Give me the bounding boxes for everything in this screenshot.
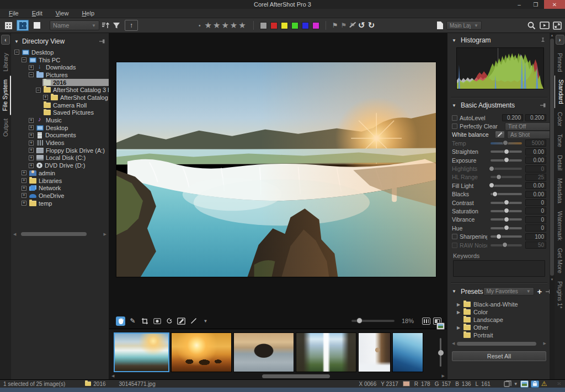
sort-field-dropdown[interactable]: Name ▼ [50,20,99,30]
tab-metadata[interactable]: Metadata [555,174,565,207]
zoom-slider-thumb[interactable] [356,318,363,324]
scrollbar-thumb[interactable] [550,39,554,276]
thumbnail-horse-in-water[interactable] [233,332,294,372]
directory-hscrollbar[interactable]: ◀ ▶ [13,232,106,237]
fill-light-value[interactable]: 0.00 [525,182,546,189]
lock-icon[interactable] [531,380,539,388]
slider-thumb[interactable] [504,149,509,154]
tree-toggle-icon[interactable]: + [29,148,34,153]
expand-triangle-icon[interactable]: ▶ [456,310,461,315]
presets-dropdown[interactable]: My Favorites ▼ [483,287,534,296]
grid-view-button[interactable] [2,20,14,31]
tree-item-floppy-disk-drive-a[interactable]: +Floppy Disk Drive (A:) [11,147,109,154]
sort-ascending-icon[interactable] [102,21,110,30]
tree-toggle-icon[interactable]: − [29,72,34,77]
straighten-tool-icon[interactable]: ✎ [128,316,137,326]
fill-light-slider[interactable] [491,185,522,187]
contrast-value[interactable]: 0 [525,199,546,206]
flag-unpick-icon[interactable]: ⚑ [341,22,347,29]
highlights-slider[interactable] [491,168,522,170]
collapse-triangle-icon[interactable]: ▼ [14,39,19,44]
tree-toggle-icon[interactable]: + [29,163,34,168]
slider-thumb[interactable] [489,182,494,188]
tool-options-chevron-icon[interactable]: ▼ [201,316,210,326]
temp-slider[interactable] [491,142,522,144]
tab-watermark[interactable]: Watermark [555,207,565,244]
color-label-swatch-2[interactable] [281,22,288,29]
tree-item-admin[interactable]: +admin [11,169,109,177]
slider-thumb[interactable] [504,225,509,230]
tree-item-temp[interactable]: +temp [11,200,109,207]
right-panel-vscrollbar[interactable]: ▲ ▼ [550,33,555,379]
hue-value[interactable]: 0 [525,224,546,232]
pan-tool-button[interactable] [116,316,125,326]
single-view-button[interactable] [31,20,43,31]
tree-toggle-icon[interactable]: + [29,155,34,160]
tree-toggle-icon[interactable]: + [43,95,48,100]
tree-item-pictures[interactable]: −Pictures [11,71,109,79]
scroll-up-icon[interactable]: ▲ [550,34,555,37]
tab-detail[interactable]: Detail [555,151,565,174]
clone-tool-icon[interactable] [164,316,174,326]
sharpening-slider[interactable] [491,235,522,238]
saturation-value[interactable]: 0 [525,207,546,214]
tree-item-desktop[interactable]: +Desktop [11,124,109,132]
thumbnail-horses-sunset[interactable] [171,332,232,372]
slideshow-icon[interactable] [540,22,550,30]
eyedropper-button[interactable] [495,131,505,138]
tree-toggle-icon[interactable]: − [22,57,26,62]
saturation-slider[interactable] [491,210,522,212]
collapse-triangle-icon[interactable]: ▼ [452,38,456,43]
color-label-swatch-4[interactable] [302,22,309,29]
tab-output[interactable]: Output [1,115,10,141]
chevron-down-icon[interactable]: ▼ [514,382,518,386]
color-label-swatch-1[interactable] [270,22,278,29]
autolevel-checkbox[interactable] [452,115,457,121]
undo-icon[interactable]: ↺ [358,20,365,30]
hue-slider[interactable] [491,227,522,229]
highlights-value[interactable]: 0 [525,165,546,173]
tree-item-documents[interactable]: +Documents [11,132,109,139]
thumbnail-panel-icon[interactable] [436,323,445,330]
scroll-left-icon[interactable]: ◀ [13,232,16,237]
scroll-right-icon[interactable]: ▶ [104,232,106,237]
collapse-left-panel-button[interactable]: ‹ [1,35,10,45]
slider-thumb[interactable] [492,191,498,197]
scroll-right-icon[interactable]: ▶ [441,374,446,378]
rating-none-dot[interactable]: • [199,23,201,29]
tab-pinned[interactable]: Pinned [555,49,565,76]
tree-item-network[interactable]: +Network [11,184,109,192]
slider-thumb[interactable] [503,140,508,146]
tree-item-onedrive[interactable]: +OneDrive [11,192,109,200]
tree-item-music[interactable]: +Music [11,116,109,124]
contrast-slider[interactable] [491,202,522,204]
tree-item-libraries[interactable]: +Libraries [11,177,109,185]
layered-edit-tool-icon[interactable] [177,316,186,326]
collapse-right-panel-button[interactable]: › [556,35,564,45]
reset-all-button[interactable]: Reset All [452,351,546,361]
vibrance-value[interactable]: 0 [525,216,546,223]
tab-color[interactable]: Color [555,108,565,130]
color-label-swatch-0[interactable] [260,22,267,29]
collapse-triangle-icon[interactable]: ▼ [452,289,456,294]
preset-folder-landscape[interactable]: Landscape [456,316,547,324]
search-icon[interactable] [527,21,536,30]
hl-range-slider[interactable] [491,176,522,178]
tree-toggle-icon[interactable]: + [29,118,34,123]
tab-get-more[interactable]: Get More [555,244,565,277]
tree-item-aftershot-catalog[interactable]: +AfterShot Catalog [11,94,109,101]
autolevel-value-1[interactable]: 0.200 [502,114,523,121]
thumbnail-hscrollbar[interactable]: ◀ ▶ [110,374,446,378]
slider-thumb[interactable] [504,157,509,163]
flag-pick-icon[interactable]: ⚑ [332,22,338,29]
preset-folder-portrait[interactable]: Portrait [456,331,547,339]
perfectly-clear-checkbox[interactable] [452,123,457,129]
slider-thumb[interactable] [496,234,502,239]
raw-noise-slider[interactable] [491,244,522,246]
slider-thumb[interactable] [504,208,509,213]
layer-page-icon[interactable] [437,22,443,29]
menu-view[interactable]: View [49,9,76,17]
flag-clear-icon[interactable]: ⚑ [349,22,355,29]
fullscreen-icon[interactable] [553,22,562,30]
thumbnail-blue-wave[interactable] [392,332,423,372]
